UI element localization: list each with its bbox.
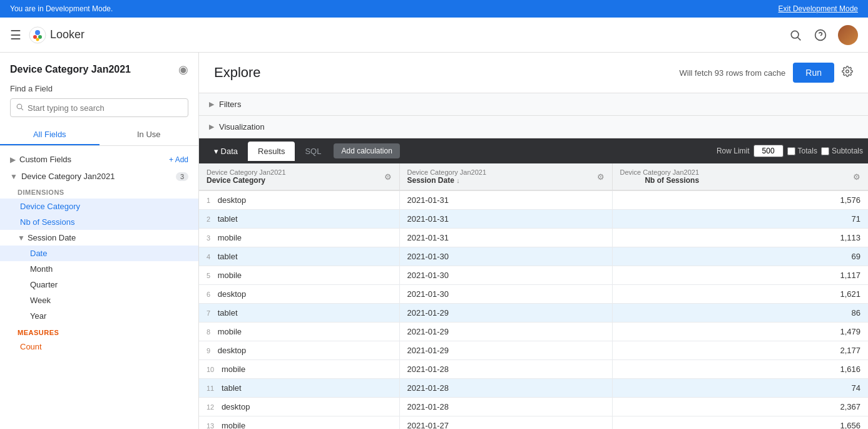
table-body: 1 desktop 2021-01-31 1,576 2 tablet 2021… (199, 190, 868, 429)
cell-device: 10 mobile (199, 360, 399, 379)
row-number: 13 (207, 422, 214, 429)
viz-chevron-icon: ▶ (209, 123, 214, 131)
avatar[interactable] (838, 25, 858, 45)
cell-device: 3 mobile (199, 229, 399, 247)
svg-point-9 (17, 104, 22, 109)
row-limit-label: Row Limit (717, 147, 750, 155)
custom-fields-header-left: ▶ Custom Fields (10, 155, 71, 164)
table-row: 12 desktop 2021-01-28 2,367 (199, 398, 868, 416)
subtotals-label: Subtotals (832, 147, 863, 155)
cell-date: 2021-01-28 (399, 379, 612, 398)
svg-point-11 (846, 70, 849, 73)
col-device-gear-icon[interactable]: ⚙ (384, 172, 392, 182)
totals-checkbox-label: Totals (787, 147, 817, 155)
field-item-month[interactable]: Month (0, 261, 198, 277)
session-date-label: Session Date (28, 233, 76, 242)
svg-point-1 (35, 30, 40, 35)
table-row: 3 mobile 2021-01-31 1,113 (199, 229, 868, 247)
field-item-quarter[interactable]: Quarter (0, 277, 198, 292)
field-item-year[interactable]: Year (0, 308, 198, 324)
sidebar-title: Device Category Jan2021 (10, 64, 131, 75)
settings-icon[interactable] (842, 66, 853, 80)
cell-device-value: desktop (218, 195, 247, 205)
col-sessions-gear-icon[interactable]: ⚙ (853, 172, 860, 182)
tab-in-use[interactable]: In Use (100, 125, 199, 145)
viz-label: Visualization (219, 122, 265, 132)
row-number: 7 (207, 309, 210, 317)
cell-sessions: 1,113 (612, 229, 868, 247)
tab-results[interactable]: Results (248, 142, 295, 161)
field-item-device-category[interactable]: Device Category (0, 199, 198, 214)
looker-logo-text: Looker (50, 28, 84, 41)
topnav-right (788, 25, 858, 45)
search-icon[interactable] (788, 28, 803, 43)
visualization-bar[interactable]: ▶ Visualization (199, 116, 868, 138)
cell-device: 9 desktop (199, 341, 399, 360)
col-header-nb-sessions[interactable]: Device Category Jan2021 Nb of Sessions ⚙ (612, 163, 868, 190)
add-custom-field-button[interactable]: + Add (169, 155, 188, 164)
dimensions-label: DIMENSIONS (0, 185, 198, 199)
explore-actions: Will fetch 93 rows from cache Run (680, 63, 853, 83)
cell-device-value: mobile (222, 364, 245, 374)
totals-checkbox[interactable] (787, 147, 795, 155)
custom-fields-header[interactable]: ▶ Custom Fields + Add (0, 151, 198, 168)
sidebar-title-area: Device Category Jan2021 ◉ (0, 53, 198, 81)
row-limit-input[interactable] (753, 145, 784, 157)
tab-all-fields[interactable]: All Fields (0, 125, 100, 145)
custom-fields-chevron-icon: ▶ (10, 155, 16, 164)
cell-device: 5 mobile (199, 266, 399, 285)
field-item-nb-sessions[interactable]: Nb of Sessions (0, 214, 198, 230)
sort-icon: ↓ (456, 177, 460, 184)
field-item-week[interactable]: Week (0, 292, 198, 308)
cell-device-value: mobile (218, 233, 242, 242)
cell-sessions: 1,479 (612, 323, 868, 341)
tab-data[interactable]: ▾ Data (204, 142, 248, 161)
cell-device: 11 tablet (199, 379, 399, 398)
row-number: 12 (207, 403, 214, 411)
cell-device: 8 mobile (199, 323, 399, 341)
hamburger-menu-icon[interactable]: ☰ (10, 28, 21, 43)
row-number: 10 (207, 366, 214, 373)
explore-header: Explore Will fetch 93 rows from cache Ru… (199, 53, 868, 93)
top-nav: ☰ Looker (0, 18, 868, 53)
cell-device-value: tablet (218, 308, 238, 318)
cell-sessions: 74 (612, 379, 868, 398)
col-date-gear-icon[interactable]: ⚙ (597, 172, 605, 182)
svg-point-2 (33, 35, 37, 39)
filters-label: Filters (219, 100, 241, 109)
cell-date: 2021-01-27 (399, 416, 612, 430)
help-icon[interactable] (813, 28, 828, 43)
clock-icon[interactable]: ◉ (178, 63, 188, 76)
model-count-badge: 3 (176, 172, 188, 181)
col-header-session-date[interactable]: Device Category Jan2021 Session Date ↓ ⚙ (399, 163, 612, 190)
subtotals-checkbox[interactable] (821, 147, 829, 155)
totals-label: Totals (798, 147, 817, 155)
cell-device: 12 desktop (199, 398, 399, 416)
run-button[interactable]: Run (793, 63, 834, 83)
filters-bar[interactable]: ▶ Filters (199, 93, 868, 116)
cell-device: 1 desktop (199, 190, 399, 210)
find-field-input[interactable] (28, 103, 183, 113)
model-header[interactable]: ▼ Device Category Jan2021 3 (0, 168, 198, 185)
row-number: 9 (207, 347, 210, 354)
field-item-count[interactable]: Count (0, 339, 198, 354)
row-limit-area: Row Limit Totals Subtotals (717, 145, 863, 157)
cell-sessions: 2,177 (612, 341, 868, 360)
add-calculation-button[interactable]: Add calculation (334, 143, 399, 158)
cell-date: 2021-01-29 (399, 323, 612, 341)
session-date-header[interactable]: ▼ Session Date (0, 230, 198, 246)
tab-sql[interactable]: SQL (295, 142, 331, 161)
sidebar-tabs: All Fields In Use (0, 125, 198, 146)
exit-dev-mode-button[interactable]: Exit Development Mode (779, 4, 858, 13)
svg-point-4 (36, 38, 39, 41)
model-chevron-icon: ▼ (10, 172, 18, 181)
col-header-device-category[interactable]: Device Category Jan2021 Device Category … (199, 163, 399, 190)
row-number: 4 (207, 253, 210, 261)
filters-chevron-icon: ▶ (209, 100, 214, 108)
table-row: 8 mobile 2021-01-29 1,479 (199, 323, 868, 341)
search-input-icon (16, 103, 24, 113)
cell-device: 6 desktop (199, 285, 399, 304)
field-item-date[interactable]: Date (0, 246, 198, 261)
cell-device-value: desktop (218, 346, 247, 355)
cell-sessions: 2,367 (612, 398, 868, 416)
